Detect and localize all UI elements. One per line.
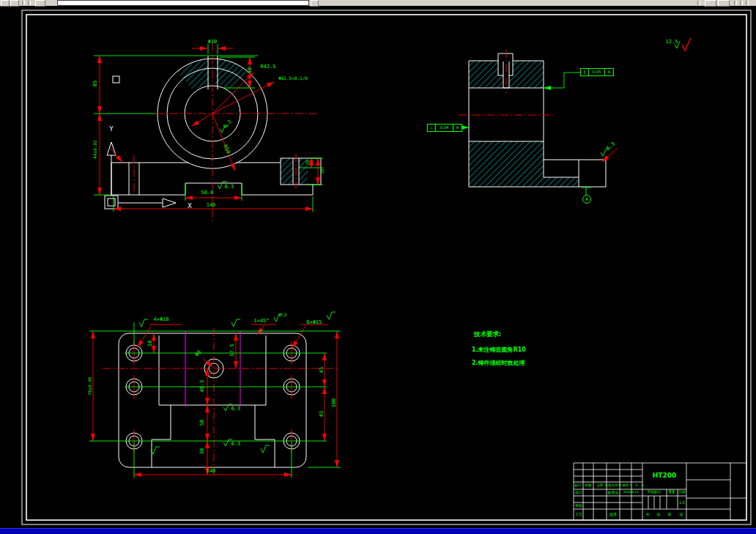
hole-crosses <box>134 341 292 453</box>
dim-4x-phi18: 4×Φ18 <box>153 317 168 322</box>
aux-lines <box>185 331 240 407</box>
dim-width-140-front: 140 <box>207 203 216 208</box>
material-spec: HT200 <box>653 472 676 479</box>
toolbar-separator-1 <box>22 1 25 5</box>
tb-sheet-no-label: 第 <box>668 513 672 516</box>
toolbar-button-2[interactable] <box>10 0 19 7</box>
tb-sheet-total-unit: 张 <box>657 513 661 516</box>
tb-header-docno: 更改文件号 <box>605 484 622 488</box>
tb-header-count: 处数 <box>585 484 592 488</box>
dimension-lines <box>93 48 618 475</box>
ucs-y-label: Y <box>109 126 113 133</box>
dim-plan-48-5: 48.5 <box>200 380 205 393</box>
drawing-canvas <box>0 0 756 534</box>
dim-height-85: 85 <box>93 81 98 86</box>
toolbar-separator-2 <box>28 1 31 5</box>
dim-outer-radius: R42.5 <box>260 64 275 70</box>
tb-approve-label: 批准 <box>609 513 617 516</box>
status-bar <box>0 528 756 534</box>
tb-sheet-no-unit: 张 <box>680 513 683 516</box>
ucs-x-label: X <box>188 203 191 209</box>
roughness-base: 6.3 <box>225 185 234 190</box>
tech-req-title: 技术要求: <box>474 330 501 339</box>
dim-plan-100: 100 <box>332 398 337 408</box>
tb-process-label: 工艺 <box>575 513 582 516</box>
tb-design-label: 设计 <box>575 491 582 494</box>
tech-req-item-2: 2.铸件须经时效处理 <box>472 359 525 367</box>
tb-scale-value: 1:2 <box>679 501 685 505</box>
roughness-plan-bottom: 6.3 <box>231 442 241 447</box>
surface-roughness-note: 12.5 <box>666 40 678 45</box>
toolbar-separator-4 <box>734 1 737 5</box>
dim-plan-45a: 45 <box>319 367 325 373</box>
toolbar-button-5[interactable] <box>705 0 716 7</box>
dim-plan-57-5: 57.5 <box>230 344 235 357</box>
command-input[interactable] <box>57 0 309 6</box>
fcf-perpendicularity-datum: A <box>453 124 462 132</box>
tb-standardization-label: 标准化 <box>608 491 619 494</box>
plan-holes <box>126 345 300 449</box>
tb-header-date: 年、月、日 <box>629 484 644 487</box>
extension-lines <box>89 41 680 478</box>
tb-header-sign: 签名 <box>623 484 629 488</box>
ucs-icon <box>105 142 176 209</box>
fcf-perpendicularity: ⊥ 0.04 A <box>427 124 462 132</box>
centerlines <box>103 42 554 478</box>
tech-req-item-1: 1.未注铸造圆角R10 <box>472 346 526 354</box>
dim-slot-10: 10 <box>248 67 253 73</box>
dim-phi10: Φ10 <box>208 40 218 45</box>
dim-bore-dia: Φ62.5+0.1/0 <box>278 76 308 81</box>
corner-check-icon <box>682 38 691 51</box>
dim-width-140-plan: 140 <box>207 469 216 474</box>
toolbar-separator-5 <box>740 1 743 5</box>
tb-date-value: 2008.6.13 <box>623 491 638 494</box>
dim-plan-45b: 45 <box>319 411 325 417</box>
dim-plan-78: 78±0.05 <box>88 377 92 395</box>
toolbar <box>0 0 756 6</box>
dim-6x-phi15: 6×Φ15 <box>306 320 322 325</box>
dim-base-58-8: 58.8 <box>201 190 214 196</box>
toolbar-button-3[interactable] <box>35 0 45 7</box>
dim-boss-20: 20 <box>320 168 325 174</box>
roughness-plan-mid: 6.3 <box>231 407 241 412</box>
dim-boss-10: 10 <box>305 160 310 165</box>
tb-weight-label: 重量 <box>669 491 675 494</box>
sheet-frame <box>22 10 751 524</box>
dim-chamfer: 1×45° <box>253 319 269 324</box>
hatch-fills <box>177 59 579 187</box>
dim-plan-18: 18 <box>148 341 153 346</box>
tb-sheet-total-label: 共 <box>646 513 650 516</box>
fcf-parallelism-symbol: ∥ <box>580 68 589 76</box>
toolbar-button-4[interactable] <box>311 0 319 7</box>
fcf-parallelism: ∥ 0.05 A <box>580 68 614 76</box>
fcf-parallelism-datum: A <box>605 68 614 76</box>
toolbar-button-1[interactable] <box>1 0 10 7</box>
tb-scale-label: 比例 <box>679 491 686 494</box>
dim-plan-50: 50 <box>200 420 205 426</box>
toolbar-separator-6 <box>746 1 749 5</box>
fcf-perpendicularity-tolerance: 0.04 <box>436 124 453 132</box>
roughness-chamfer: 6.3 <box>279 313 287 317</box>
tb-stage-label: 阶段标记 <box>648 491 661 494</box>
dim-plan-30: 30 <box>200 448 205 454</box>
fcf-perpendicularity-symbol: ⊥ <box>427 124 436 132</box>
datum-symbol: A <box>582 195 591 204</box>
tb-audit-label: 审核 <box>575 504 582 508</box>
cad-application-window: { "tech_requirements": { "title": "技术要求:… <box>0 0 756 534</box>
toolbar-separator-3 <box>697 1 700 5</box>
tb-header-mark: 标记 <box>575 484 582 488</box>
toolbar-button-6[interactable] <box>718 0 730 7</box>
tb-header-zone: 分区 <box>597 484 604 488</box>
dim-height-44: 44±0.02 <box>93 140 97 158</box>
fcf-parallelism-tolerance: 0.05 <box>589 68 605 76</box>
